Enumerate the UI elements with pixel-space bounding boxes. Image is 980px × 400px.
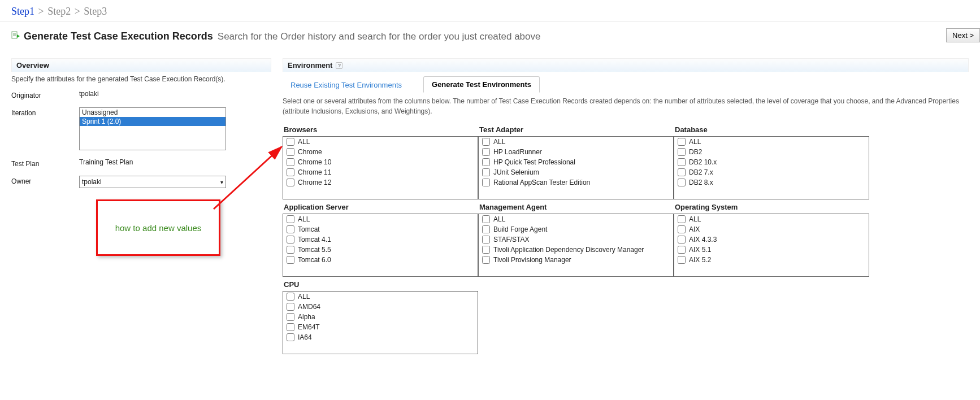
list-item-label: Tomcat 4.1 bbox=[298, 236, 331, 244]
list-item[interactable]: ALL bbox=[674, 214, 869, 224]
appserver-list[interactable]: ALLTomcatTomcat 4.1Tomcat 5.5Tomcat 6.0 bbox=[283, 214, 478, 277]
breadcrumb-step1[interactable]: Step1 bbox=[11, 6, 34, 17]
list-item-label: Rational AppScan Tester Edition bbox=[493, 179, 590, 186]
testadapter-list[interactable]: ALLHP LoadRunnerHP Quick Test Profession… bbox=[478, 136, 674, 199]
list-item[interactable]: Chrome 10 bbox=[283, 157, 478, 167]
checkbox[interactable] bbox=[482, 179, 490, 186]
checkbox[interactable] bbox=[678, 168, 686, 176]
list-item[interactable]: Chrome 11 bbox=[283, 167, 478, 177]
checkbox[interactable] bbox=[287, 323, 294, 331]
checkbox[interactable] bbox=[482, 215, 490, 223]
list-item-label: STAF/STAX bbox=[493, 236, 530, 244]
list-item[interactable]: ALL bbox=[479, 137, 673, 147]
list-item[interactable]: STAF/STAX bbox=[479, 234, 673, 245]
checkbox[interactable] bbox=[678, 148, 686, 156]
list-item-label: Alpha bbox=[298, 313, 315, 321]
list-item[interactable]: AIX 5.1 bbox=[674, 245, 869, 255]
database-list[interactable]: ALLDB2DB2 10.xDB2 7.xDB2 8.x bbox=[674, 136, 869, 199]
list-item[interactable]: DB2 bbox=[674, 147, 869, 157]
checkbox[interactable] bbox=[678, 179, 686, 186]
checkbox[interactable] bbox=[287, 138, 294, 146]
tab-reuse-environments[interactable]: Reuse Existing Test Environments bbox=[283, 77, 410, 93]
list-item[interactable]: ALL bbox=[283, 137, 478, 147]
checkbox[interactable] bbox=[482, 138, 490, 146]
checkbox[interactable] bbox=[287, 303, 294, 311]
owner-select[interactable]: tpolaki ▾ bbox=[79, 176, 226, 188]
list-item[interactable]: Chrome 12 bbox=[283, 177, 478, 188]
list-item[interactable]: AIX 5.2 bbox=[674, 255, 869, 265]
breadcrumb-step2[interactable]: Step2 bbox=[47, 6, 71, 17]
iteration-label: Iteration bbox=[11, 107, 79, 117]
checkbox[interactable] bbox=[287, 179, 294, 186]
iteration-option-unassigned[interactable]: Unassigned bbox=[80, 108, 226, 117]
next-button[interactable]: Next > bbox=[946, 28, 980, 42]
checkbox[interactable] bbox=[678, 256, 686, 264]
breadcrumb-step3[interactable]: Step3 bbox=[84, 6, 107, 17]
page-subtitle: Search for the Order history and search … bbox=[218, 31, 541, 42]
list-item[interactable]: DB2 8.x bbox=[674, 177, 869, 188]
list-item[interactable]: ALL bbox=[479, 214, 673, 224]
checkbox[interactable] bbox=[287, 256, 294, 264]
list-item[interactable]: HP Quick Test Professional bbox=[479, 157, 673, 167]
list-item[interactable]: Alpha bbox=[283, 312, 478, 322]
list-item[interactable]: Tivoli Application Dependency Discovery … bbox=[479, 245, 673, 255]
list-item[interactable]: DB2 7.x bbox=[674, 167, 869, 177]
checkbox[interactable] bbox=[287, 246, 294, 254]
checkbox[interactable] bbox=[482, 256, 490, 264]
list-item[interactable]: DB2 10.x bbox=[674, 157, 869, 167]
list-item[interactable]: Tomcat 6.0 bbox=[283, 255, 478, 265]
list-item[interactable]: ALL bbox=[674, 137, 869, 147]
mgmtagent-list[interactable]: ALLBuild Forge AgentSTAF/STAXTivoli Appl… bbox=[478, 214, 674, 277]
checkbox[interactable] bbox=[287, 333, 294, 341]
list-item[interactable]: Chrome bbox=[283, 147, 478, 157]
list-item[interactable]: AIX 4.3.3 bbox=[674, 234, 869, 245]
list-item-label: DB2 10.x bbox=[689, 158, 717, 166]
checkbox[interactable] bbox=[287, 236, 294, 244]
list-item-label: Tomcat bbox=[298, 225, 320, 233]
list-item[interactable]: Tomcat 4.1 bbox=[283, 234, 478, 245]
cpu-list[interactable]: ALLAMD64AlphaEM64TIA64 bbox=[283, 291, 478, 354]
checkbox[interactable] bbox=[678, 236, 686, 244]
checkbox[interactable] bbox=[482, 225, 490, 233]
help-icon[interactable]: ? bbox=[336, 62, 342, 69]
browsers-list[interactable]: ALLChromeChrome 10Chrome 11Chrome 12 bbox=[283, 136, 478, 199]
iteration-option-sprint1[interactable]: Sprint 1 (2.0) bbox=[80, 117, 226, 126]
list-item[interactable]: ALL bbox=[283, 292, 478, 302]
list-item[interactable]: Tomcat bbox=[283, 224, 478, 234]
checkbox[interactable] bbox=[678, 225, 686, 233]
checkbox[interactable] bbox=[287, 158, 294, 166]
list-item[interactable]: AIX bbox=[674, 224, 869, 234]
checkbox[interactable] bbox=[482, 246, 490, 254]
checkbox[interactable] bbox=[678, 215, 686, 223]
checkbox[interactable] bbox=[482, 168, 490, 176]
list-item[interactable]: JUnit Selenium bbox=[479, 167, 673, 177]
iteration-listbox[interactable]: Unassigned Sprint 1 (2.0) bbox=[79, 107, 226, 150]
checkbox[interactable] bbox=[482, 236, 490, 244]
checkbox[interactable] bbox=[287, 215, 294, 223]
checkbox[interactable] bbox=[287, 293, 294, 301]
checkbox[interactable] bbox=[678, 246, 686, 254]
environment-description: Select one or several attributes from th… bbox=[283, 96, 969, 116]
list-item[interactable]: Tivoli Provisiong Manager bbox=[479, 255, 673, 265]
checkbox[interactable] bbox=[482, 158, 490, 166]
list-item[interactable]: EM64T bbox=[283, 322, 478, 332]
list-item[interactable]: IA64 bbox=[283, 332, 478, 342]
os-list[interactable]: ALLAIXAIX 4.3.3AIX 5.1AIX 5.2 bbox=[674, 214, 869, 277]
checkbox[interactable] bbox=[287, 313, 294, 321]
list-item[interactable]: ALL bbox=[283, 214, 478, 224]
list-item-label: DB2 8.x bbox=[689, 179, 713, 186]
checkbox[interactable] bbox=[482, 148, 490, 156]
checkbox[interactable] bbox=[287, 168, 294, 176]
checkbox[interactable] bbox=[287, 225, 294, 233]
list-item-label: ALL bbox=[689, 215, 701, 223]
checkbox[interactable] bbox=[678, 138, 686, 146]
list-item[interactable]: Rational AppScan Tester Edition bbox=[479, 177, 673, 188]
list-item-label: AMD64 bbox=[298, 303, 320, 311]
checkbox[interactable] bbox=[287, 148, 294, 156]
checkbox[interactable] bbox=[678, 158, 686, 166]
list-item[interactable]: Build Forge Agent bbox=[479, 224, 673, 234]
tab-generate-environments[interactable]: Generate Test Environments bbox=[423, 76, 540, 93]
list-item[interactable]: HP LoadRunner bbox=[479, 147, 673, 157]
list-item[interactable]: AMD64 bbox=[283, 302, 478, 312]
list-item[interactable]: Tomcat 5.5 bbox=[283, 245, 478, 255]
